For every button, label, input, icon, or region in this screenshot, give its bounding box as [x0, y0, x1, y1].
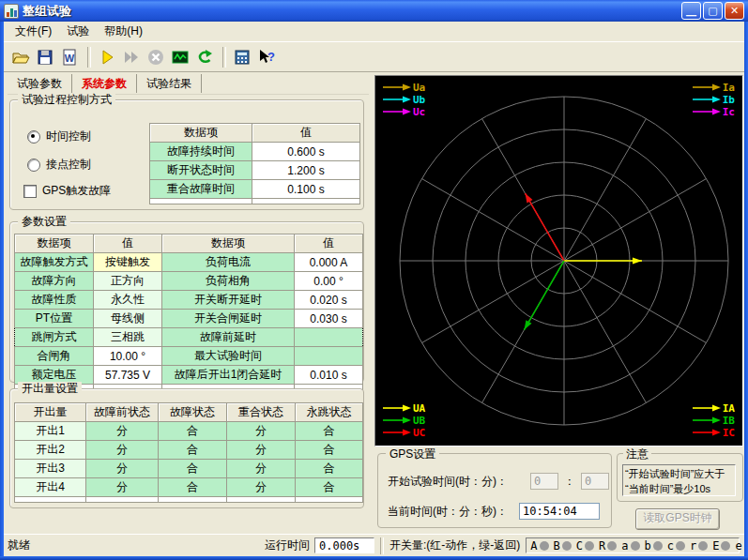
data-item-cell: 故障触发方式 — [15, 253, 94, 272]
state-cell[interactable]: 分 — [227, 422, 296, 441]
value-cell[interactable]: 0.00 ° — [295, 272, 363, 291]
state-cell[interactable]: 合 — [159, 441, 227, 460]
waveform-icon[interactable] — [169, 46, 191, 68]
current-time-label: 当前时间(时：分：秒)： — [388, 504, 519, 520]
minimize-button[interactable]: — — [681, 2, 701, 20]
export-word-icon[interactable]: W — [58, 46, 81, 68]
output-name-cell: 开出3 — [15, 460, 86, 478]
state-cell[interactable]: 合 — [159, 460, 227, 478]
table-header-row: 数据项值 — [150, 124, 360, 143]
svg-text:W: W — [65, 53, 75, 64]
table-row: 故障持续时间0.600 s — [150, 143, 360, 161]
read-gps-clock-button[interactable]: 读取GPS时钟 — [635, 508, 720, 530]
empty-cell — [150, 199, 252, 204]
data-item-cell: 开关合闸延时 — [162, 310, 295, 328]
radio-icon[interactable] — [27, 159, 40, 172]
value-cell[interactable]: 0.000 A — [295, 253, 363, 272]
menu-item-2[interactable]: 帮助(H) — [97, 22, 150, 41]
column-header: 永跳状态 — [296, 403, 363, 422]
legend-top-left: UaUbUc — [383, 82, 425, 117]
state-cell[interactable]: 合 — [159, 422, 227, 441]
data-item-cell: 故障性质 — [15, 291, 94, 310]
open-icon[interactable] — [9, 46, 32, 68]
value-cell[interactable] — [295, 347, 363, 366]
save-icon[interactable] — [34, 46, 56, 68]
value-cell[interactable]: 母线侧 — [94, 310, 162, 328]
calculator-icon[interactable] — [231, 46, 253, 68]
toolbar-separator — [87, 47, 91, 68]
legend-IB: IB — [693, 415, 735, 426]
value-cell[interactable]: 1.200 s — [252, 161, 360, 180]
menu-item-0[interactable]: 文件(F) — [8, 22, 59, 41]
radio-time-control[interactable]: 时间控制 — [27, 129, 91, 144]
help-icon[interactable]: ? — [255, 46, 278, 68]
polar-grid — [375, 76, 742, 446]
current-time-input[interactable] — [519, 503, 600, 520]
value-cell[interactable]: 0.020 s — [295, 291, 363, 310]
start-icon[interactable] — [96, 46, 118, 68]
switch-indicator-A: A — [530, 538, 548, 553]
data-item-cell: 故障方向 — [15, 272, 94, 291]
legend-IA: IA — [693, 402, 735, 414]
value-cell[interactable]: 0.100 s — [252, 180, 360, 199]
table-row: 断开状态时间1.200 s — [150, 161, 360, 180]
checkbox-icon[interactable] — [23, 185, 37, 198]
start-minute-input[interactable] — [581, 473, 609, 490]
state-cell[interactable]: 分 — [227, 441, 296, 460]
legend-bottom-left: UAUBUC — [383, 402, 425, 438]
tab-2[interactable]: 试验结果 — [137, 74, 202, 93]
tab-0[interactable]: 试验参数 — [8, 74, 72, 93]
control-table-wrap: 数据项值故障持续时间0.600 s断开状态时间1.200 s重合故障时间0.10… — [149, 123, 360, 204]
value-cell[interactable]: 57.735 V — [94, 366, 162, 385]
control-table: 数据项值故障持续时间0.600 s断开状态时间1.200 s重合故障时间0.10… — [149, 123, 360, 204]
state-cell[interactable]: 分 — [86, 422, 159, 441]
state-cell[interactable]: 合 — [296, 422, 363, 441]
value-cell[interactable]: 0.030 s — [295, 310, 363, 328]
note-text: “开始试验时间”应大于 “当前时间”最少10s — [622, 464, 736, 496]
value-cell[interactable]: 三相跳 — [94, 328, 162, 347]
column-header: 重合状态 — [227, 403, 296, 422]
value-cell[interactable]: 0.600 s — [252, 143, 360, 161]
legend-Ib: Ib — [693, 94, 735, 105]
value-cell[interactable]: 0.010 s — [295, 366, 363, 385]
state-cell[interactable]: 分 — [227, 478, 296, 497]
legend-label: Ua — [413, 82, 425, 94]
checkbox-gps-trigger[interactable]: GPS触发故障 — [23, 183, 111, 199]
state-cell[interactable]: 合 — [296, 478, 363, 497]
group-gps: GPS设置 开始试验时间(时：分)： ： 当前时间(时：分：秒)： — [377, 453, 612, 528]
maximize-button[interactable]: ▢ — [703, 2, 723, 20]
table-row: 开出2分合分合 — [15, 441, 363, 460]
value-cell[interactable]: 永久性 — [94, 291, 162, 310]
data-item-cell: PT位置 — [15, 310, 94, 328]
empty-row — [15, 497, 363, 503]
legend-Uc: Uc — [383, 106, 425, 117]
toolbar-separator — [222, 47, 226, 68]
indicator-dot — [585, 541, 594, 551]
state-cell[interactable]: 分 — [86, 460, 159, 478]
stop-icon — [145, 46, 167, 68]
undo-icon[interactable] — [193, 46, 216, 68]
state-cell[interactable]: 合 — [159, 478, 227, 497]
switch-indicator-C: C — [576, 538, 594, 553]
state-cell[interactable]: 分 — [227, 460, 296, 478]
legend-IC: IC — [693, 427, 735, 438]
indicator-dot — [698, 541, 708, 551]
state-cell[interactable]: 合 — [296, 460, 363, 478]
start-hour-input[interactable] — [530, 473, 558, 490]
state-cell[interactable]: 分 — [86, 478, 159, 497]
legend-label: Ic — [723, 106, 735, 118]
radio-icon[interactable] — [27, 130, 40, 144]
state-cell[interactable]: 合 — [296, 441, 363, 460]
state-cell[interactable]: 分 — [86, 441, 159, 460]
value-cell[interactable]: 按键触发 — [94, 253, 162, 272]
radio-contact-control[interactable]: 接点控制 — [27, 157, 91, 173]
group-title: 试验过程控制方式 — [18, 93, 115, 106]
value-cell[interactable]: 10.00 ° — [94, 347, 162, 366]
tab-1[interactable]: 系统参数 — [72, 74, 137, 93]
column-header: 故障状态 — [159, 403, 227, 422]
close-button[interactable]: ✕ — [725, 2, 744, 20]
menu-item-1[interactable]: 试验 — [59, 22, 97, 41]
value-cell[interactable]: 正方向 — [94, 272, 162, 291]
value-cell[interactable] — [295, 328, 363, 347]
output-table-wrap: 开出量故障前状态故障状态重合状态永跳状态开出1分合分合开出2分合分合开出3分合分… — [14, 402, 363, 503]
